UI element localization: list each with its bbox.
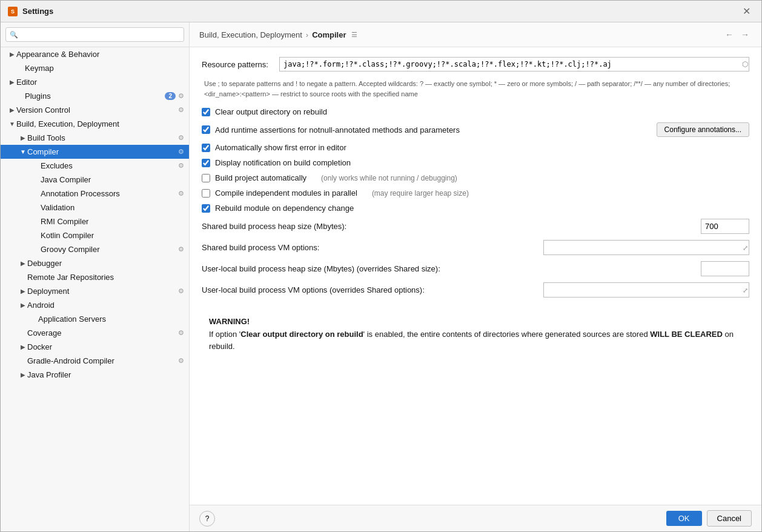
user-heap-row: User-local build process heap size (Mbyt…	[202, 261, 749, 276]
sidebar-item-docker[interactable]: ▶ Docker	[1, 340, 189, 354]
sidebar-item-coverage[interactable]: Coverage ⚙	[1, 326, 189, 340]
arrow-icon: ▶	[19, 260, 27, 267]
arrow-icon: ▼	[8, 121, 16, 127]
sidebar-item-build-execution[interactable]: ▼ Build, Execution, Deployment	[1, 117, 189, 131]
rebuild-module-checkbox[interactable]	[202, 204, 210, 213]
sidebar-item-plugins[interactable]: Plugins 2 ⚙	[1, 89, 189, 103]
display-notification-label: Display notification on build completion	[215, 158, 351, 167]
expand-icon[interactable]: ⤢	[743, 286, 748, 294]
breadcrumb-current: Compiler	[312, 30, 346, 39]
sidebar-item-groovy[interactable]: Groovy Compiler ⚙	[1, 242, 189, 256]
auto-show-error-checkbox[interactable]	[202, 144, 210, 152]
gear-icon: ⚙	[178, 106, 184, 114]
checkbox-row-runtime: Add runtime assertions for notnull-annot…	[202, 122, 749, 137]
add-runtime-label: Add runtime assertions for notnull-annot…	[215, 125, 460, 135]
content-panel: Build, Execution, Deployment › Compiler …	[190, 22, 761, 531]
sidebar-item-rmi[interactable]: RMI Compiler	[1, 214, 189, 228]
help-button[interactable]: ?	[199, 511, 215, 527]
breadcrumb-forward-button[interactable]: →	[738, 28, 752, 41]
checkbox-row-show-error: Automatically show first error in editor	[202, 143, 749, 152]
plugins-badge: 2	[165, 92, 176, 100]
sidebar-item-compiler[interactable]: ▼ Compiler ⚙	[1, 145, 189, 159]
resource-patterns-label: Resource patterns:	[202, 60, 274, 69]
bottom-bar: ? OK Cancel	[190, 505, 761, 531]
sidebar-item-label: Docker	[27, 342, 184, 351]
display-notification-checkbox[interactable]	[202, 159, 210, 167]
sidebar-item-keymap[interactable]: Keymap	[1, 61, 189, 75]
arrow-icon: ▶	[19, 288, 27, 294]
resource-patterns-input[interactable]	[279, 57, 749, 71]
search-input[interactable]	[5, 27, 184, 42]
sidebar-item-app-servers[interactable]: Application Servers	[1, 312, 189, 326]
sidebar-item-debugger[interactable]: ▶ Debugger	[1, 256, 189, 270]
expand-icon[interactable]: ⬡	[742, 60, 748, 68]
arrow-icon: ▶	[8, 107, 16, 113]
sidebar-item-editor[interactable]: ▶ Editor	[1, 75, 189, 89]
checkbox-row-notification: Display notification on build completion	[202, 158, 749, 167]
sidebar-item-label: Plugins	[25, 91, 161, 101]
sidebar-item-remote-jar[interactable]: Remote Jar Repositories	[1, 270, 189, 284]
sidebar-item-label: Editor	[16, 78, 184, 87]
hint-text: Use ; to separate patterns and ! to nega…	[202, 79, 749, 99]
gear-icon: ⚙	[178, 162, 184, 170]
warning-box: WARNING! If option 'Clear output directo…	[202, 310, 749, 359]
gear-icon: ⚙	[178, 190, 184, 198]
add-runtime-checkbox[interactable]	[202, 125, 210, 134]
sidebar-item-android[interactable]: ▶ Android	[1, 298, 189, 312]
warning-text: If option 'Clear output directory on reb…	[209, 328, 742, 352]
gear-icon: ⚙	[178, 134, 184, 142]
expand-icon[interactable]: ⤢	[743, 244, 748, 251]
clear-output-checkbox[interactable]	[202, 108, 210, 116]
sidebar-item-deployment[interactable]: ▶ Deployment ⚙	[1, 284, 189, 298]
close-button[interactable]: ✕	[739, 4, 754, 18]
gear-icon: ⚙	[178, 329, 184, 337]
ok-button[interactable]: OK	[666, 511, 702, 526]
sidebar-item-label: Remote Jar Repositories	[27, 273, 184, 282]
checkbox-row-build-auto: Build project automatically (only works …	[202, 173, 749, 182]
sidebar-item-label: Android	[27, 301, 184, 310]
sidebar-item-label: Application Servers	[38, 314, 184, 324]
user-heap-label: User-local build process heap size (Mbyt…	[202, 264, 696, 273]
sidebar-item-label: Debugger	[27, 259, 184, 268]
compile-parallel-note: (may require larger heap size)	[372, 189, 469, 198]
sidebar-item-java-profiler[interactable]: ▶ Java Profiler	[1, 368, 189, 382]
checkbox-row-rebuild-module: Rebuild module on dependency change	[202, 204, 749, 213]
sidebar-item-kotlin[interactable]: Kotlin Compiler	[1, 228, 189, 242]
arrow-icon: ▶	[19, 371, 27, 378]
sidebar-item-java-compiler[interactable]: Java Compiler	[1, 173, 189, 187]
sidebar-item-label: Version Control	[16, 105, 176, 115]
breadcrumb-bar: Build, Execution, Deployment › Compiler …	[190, 22, 761, 47]
auto-show-error-label: Automatically show first error in editor	[215, 143, 346, 152]
arrow-icon: ▶	[8, 79, 16, 85]
user-heap-input[interactable]	[701, 261, 749, 276]
sidebar-item-annotation[interactable]: Annotation Processors ⚙	[1, 187, 189, 201]
sidebar-item-label: Coverage	[27, 328, 176, 337]
sidebar-item-appearance[interactable]: ▶ Appearance & Behavior	[1, 47, 189, 61]
vm-options-input[interactable]	[543, 240, 749, 255]
breadcrumb-back-button[interactable]: ←	[723, 28, 736, 41]
app-icon: S	[8, 7, 18, 16]
configure-annotations-button[interactable]: Configure annotations...	[657, 122, 749, 137]
sidebar-item-build-tools[interactable]: ▶ Build Tools ⚙	[1, 131, 189, 145]
sidebar-item-label: Build, Execution, Deployment	[16, 119, 184, 128]
vm-options-input-wrap: ⤢	[543, 240, 749, 255]
sidebar-item-label: Groovy Compiler	[41, 245, 176, 254]
sidebar: 🔍 ▶ Appearance & Behavior Keymap ▶	[1, 22, 190, 531]
sidebar-item-gradle-android[interactable]: Gradle-Android Compiler ⚙	[1, 354, 189, 368]
arrow-icon: ▶	[19, 344, 27, 350]
sidebar-item-version-control[interactable]: ▶ Version Control ⚙	[1, 103, 189, 117]
warning-title: WARNING!	[209, 317, 742, 326]
compile-parallel-label: Compile independent modules in parallel	[215, 188, 357, 198]
gear-icon: ⚙	[178, 287, 184, 295]
breadcrumb-parent: Build, Execution, Deployment	[199, 30, 302, 39]
heap-input[interactable]	[701, 219, 749, 234]
cancel-button[interactable]: Cancel	[707, 510, 752, 527]
sidebar-item-label: Kotlin Compiler	[41, 231, 184, 240]
build-auto-label: Build project automatically	[215, 173, 306, 182]
user-vm-input[interactable]	[543, 282, 749, 298]
sidebar-item-excludes[interactable]: Excludes ⚙	[1, 159, 189, 173]
compile-parallel-checkbox[interactable]	[202, 189, 210, 198]
build-auto-checkbox[interactable]	[202, 174, 210, 182]
sidebar-item-validation[interactable]: Validation	[1, 201, 189, 214]
heap-row: Shared build process heap size (Mbytes):	[202, 219, 749, 234]
